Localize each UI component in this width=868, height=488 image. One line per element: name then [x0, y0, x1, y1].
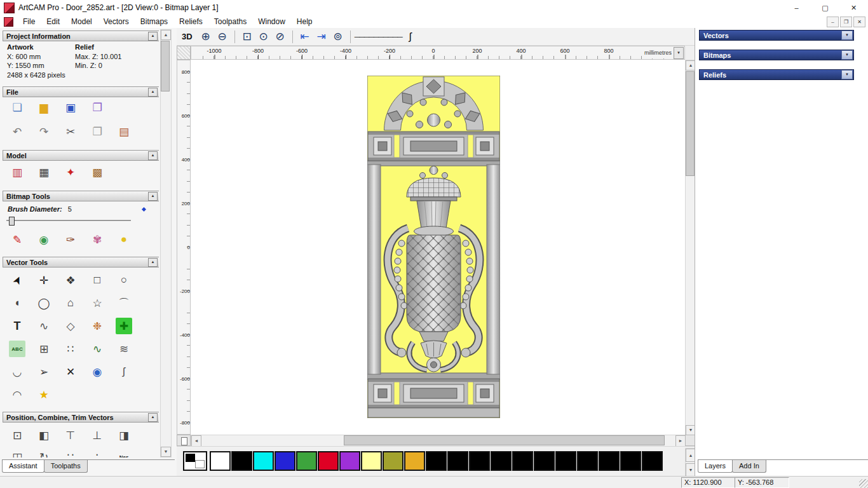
resize-grip[interactable] — [859, 479, 868, 488]
image-to-relief-icon[interactable]: ▩ — [89, 164, 105, 180]
pick-colour-icon[interactable]: ✑ — [62, 231, 79, 248]
reliefs-panel-header[interactable]: Reliefs ▼ — [699, 69, 854, 80]
minimize-button[interactable]: – — [782, 0, 811, 15]
text-on-curve-icon[interactable]: ∿ — [36, 318, 52, 334]
curve-style-preview-icon[interactable]: ʃ — [402, 29, 419, 45]
rotate-copy-icon[interactable]: ↻ — [36, 449, 52, 458]
palette-colour-19[interactable] — [620, 451, 641, 471]
menu-toolpaths[interactable]: Toolpaths — [208, 16, 252, 27]
palette-colour-0[interactable] — [210, 451, 231, 471]
zoom-1to1-icon[interactable]: ⊘ — [272, 29, 288, 45]
palette-colour-18[interactable] — [599, 451, 620, 471]
canvas-scroll-left-button[interactable]: ◄ — [191, 435, 201, 447]
redo-icon[interactable]: ↷ — [36, 123, 52, 140]
menu-reliefs[interactable]: Reliefs — [173, 16, 208, 27]
menu-bitmaps[interactable]: Bitmaps — [135, 16, 173, 27]
fit-polyline-icon[interactable]: ≋ — [116, 341, 132, 357]
create-polygon-icon[interactable]: ⌂ — [62, 295, 79, 311]
export-model-icon[interactable]: ❐ — [89, 99, 105, 116]
greyscale-view-icon[interactable]: ▦ — [36, 164, 52, 180]
flood-fill-icon[interactable]: ● — [116, 231, 132, 248]
paste-along-curve-icon[interactable]: ∴ — [89, 449, 105, 458]
palette-colour-11[interactable] — [447, 451, 468, 471]
brush-diameter-slider-thumb[interactable] — [9, 217, 15, 226]
scroll-corner-page-icon[interactable] — [177, 435, 191, 446]
node-editing-icon[interactable]: ✛ — [36, 272, 52, 288]
palette-colour-4[interactable] — [296, 451, 317, 471]
close-button[interactable]: ✕ — [839, 0, 868, 15]
collapse-project-information-button[interactable]: ▲ — [148, 32, 158, 41]
collapse-file-section-button[interactable]: ▲ — [148, 88, 158, 97]
set-model-size-icon[interactable]: ▥ — [9, 164, 25, 180]
slice-relief-icon[interactable]: ◠ — [9, 386, 25, 403]
menu-window[interactable]: Window — [252, 16, 291, 27]
collapse-bitmap-tools-button[interactable]: ▲ — [148, 192, 158, 201]
align-top-icon[interactable]: ⊤ — [62, 427, 79, 444]
bitmaps-panel-header[interactable]: Bitmaps ▼ — [699, 50, 854, 60]
mdi-minimize-button[interactable]: – — [827, 17, 839, 27]
palette-colour-16[interactable] — [555, 451, 576, 471]
align-left-icon[interactable]: ◧ — [36, 427, 52, 444]
assistant-scroll-up-button[interactable]: ▲ — [161, 30, 171, 40]
offset-vector-icon[interactable]: ➢ — [36, 363, 52, 380]
array-copy-icon[interactable]: ∷ — [62, 341, 79, 357]
units-dropdown-button[interactable]: ▼ — [674, 47, 684, 59]
maximize-button[interactable]: ▢ — [811, 0, 839, 15]
paint-brush-icon[interactable]: ✎ — [9, 231, 25, 248]
ruler-origin-box[interactable] — [177, 46, 191, 60]
palette-colour-3[interactable] — [275, 451, 295, 471]
palette-colour-8[interactable] — [383, 451, 403, 471]
palette-colour-12[interactable] — [469, 451, 490, 471]
light-material-icon[interactable]: ✦ — [62, 164, 79, 180]
vectors-dropdown-button[interactable]: ▼ — [841, 30, 853, 40]
align-bottom-icon[interactable]: ⊥ — [89, 427, 105, 444]
brush-diameter-slider[interactable] — [6, 220, 131, 222]
cut-icon[interactable]: ✂ — [62, 123, 79, 140]
spin-profile-icon[interactable]: ◉ — [89, 363, 105, 380]
line-style-preview[interactable]: ────────── — [355, 29, 402, 45]
menu-vectors[interactable]: Vectors — [98, 16, 135, 27]
collapse-model-section-button[interactable]: ▲ — [148, 151, 158, 160]
create-rectangle-icon[interactable]: □ — [89, 272, 105, 288]
collapse-position-section-button[interactable]: ▲ — [148, 413, 158, 422]
previous-view-icon[interactable]: ⇤ — [297, 29, 313, 45]
collapse-vector-tools-button[interactable]: ▲ — [148, 258, 158, 267]
canvas-2d-view[interactable] — [191, 60, 685, 435]
join-vectors-icon[interactable]: ◡ — [9, 363, 25, 380]
palette-colour-13[interactable] — [491, 451, 512, 471]
open-model-icon[interactable]: ▆ — [36, 99, 52, 116]
colour-palette-icon[interactable]: ✾ — [89, 231, 105, 248]
vector-doctor-icon[interactable]: ★ — [36, 386, 52, 403]
palette-colour-14[interactable] — [512, 451, 533, 471]
zoom-in-icon[interactable]: ⊕ — [198, 29, 214, 45]
zoom-out-icon[interactable]: ⊖ — [214, 29, 231, 45]
mirror-vectors-icon[interactable]: ◫ — [9, 449, 25, 458]
canvas-scroll-right-button[interactable]: ► — [675, 435, 686, 447]
canvas-horizontal-scrollbar[interactable]: ◄ ► — [191, 435, 686, 447]
nesting-icon[interactable]: Nes — [116, 449, 132, 458]
transform-vectors-icon[interactable]: ❖ — [62, 272, 79, 288]
menu-edit[interactable]: Edit — [41, 16, 65, 27]
measure-tool-icon[interactable]: ✕ — [62, 363, 79, 380]
menu-help[interactable]: Help — [291, 16, 318, 27]
tab-assistant[interactable]: Assistant — [2, 460, 44, 473]
create-circle-icon[interactable]: ◯ — [36, 295, 52, 311]
3d-view-button[interactable]: 3D — [182, 32, 193, 41]
paste-icon[interactable]: ▤ — [116, 123, 132, 140]
mdi-close-button[interactable]: ✕ — [853, 17, 865, 27]
menu-file[interactable]: File — [17, 16, 41, 27]
current-colours-swatch[interactable] — [183, 451, 207, 471]
select-vectors-icon[interactable]: ➤ — [6, 269, 29, 292]
fit-curve-icon[interactable]: ∿ — [89, 341, 105, 357]
create-star-icon[interactable]: ☆ — [89, 295, 105, 311]
help-dot-icon[interactable] — [142, 207, 146, 212]
paste-array-icon[interactable]: ∷ — [62, 449, 79, 458]
tab-add-in[interactable]: Add In — [732, 460, 766, 473]
assistant-scroll-down-button[interactable]: ▼ — [161, 447, 171, 457]
palette-colour-6[interactable] — [339, 451, 360, 471]
palette-colour-1[interactable] — [231, 451, 252, 471]
bitmaps-dropdown-button[interactable]: ▼ — [841, 50, 853, 60]
zoom-objects-icon[interactable]: ⊙ — [255, 29, 272, 45]
center-in-page-icon[interactable]: ⊡ — [9, 427, 25, 444]
grid-tool-icon[interactable]: ⊞ — [36, 341, 52, 357]
